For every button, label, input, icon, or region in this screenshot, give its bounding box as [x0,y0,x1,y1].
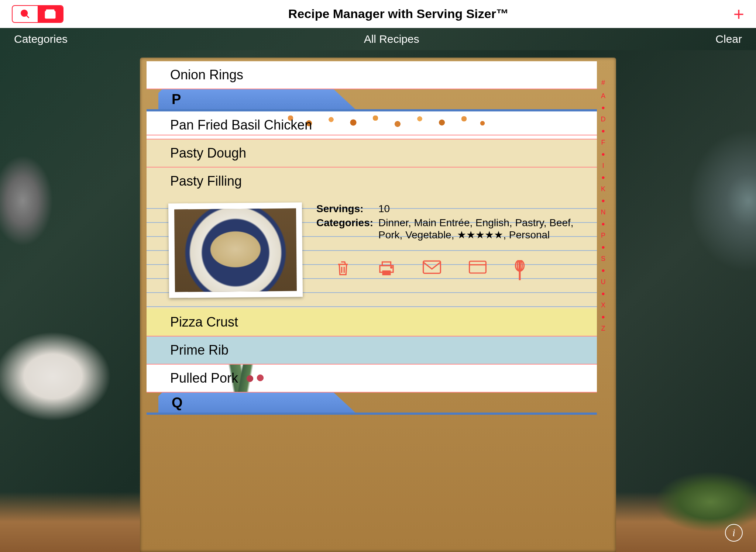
index-dot[interactable]: • [601,222,605,226]
index-letter[interactable]: D [601,115,606,123]
recipe-title: Prime Rib [147,337,597,364]
search-mode-button[interactable] [13,6,38,22]
recipe-list[interactable]: Onion Rings P Pan Fried Basil Chicken Pa… [147,61,597,552]
recipe-photo-frame[interactable] [168,202,303,298]
index-dot[interactable]: • [601,175,605,180]
section-letter: Q [172,395,183,411]
index-dot[interactable]: • [601,245,605,249]
email-icon[interactable] [423,260,441,274]
index-letter[interactable]: Z [601,325,605,332]
index-letter[interactable]: N [601,208,606,216]
index-letter[interactable]: X [601,301,605,309]
tab-shape [158,89,358,111]
top-bar: Recipe Manager with Serving Sizer™ + [0,0,756,28]
section-divider-q: Q [147,393,597,415]
recipe-details: Servings: 10 Categories: Dinner, Main En… [316,203,586,297]
trash-icon[interactable] [336,260,350,277]
info-button[interactable]: i [725,524,743,542]
tab-shape [158,393,358,415]
app-title: Recipe Manager with Serving Sizer™ [63,7,733,21]
print-icon[interactable] [378,260,395,277]
index-dot[interactable]: • [601,199,605,203]
svg-rect-3 [46,10,54,12]
index-letter[interactable]: U [601,278,606,286]
recipe-title: Pasty Filling [147,168,597,195]
sub-bar: Categories All Recipes Clear [0,28,756,50]
recipe-box: Onion Rings P Pan Fried Basil Chicken Pa… [140,58,616,552]
recipe-actions [336,260,586,281]
view-mode-segmented[interactable] [12,5,63,23]
index-letter[interactable]: K [601,185,605,193]
recipe-title: Pizza Crust [147,308,597,336]
svg-rect-8 [423,261,441,273]
section-letter: P [172,92,181,107]
recipe-photo [174,208,297,292]
card-icon[interactable] [469,260,487,274]
servings-label: Servings: [316,203,378,215]
section-divider-p: P [147,89,597,111]
index-letter[interactable]: # [601,79,605,87]
index-dot[interactable]: • [601,106,605,110]
whisk-icon[interactable] [514,260,525,281]
index-dot[interactable]: • [601,291,605,296]
recipe-title: Pulled Pork [147,365,597,392]
recipe-row[interactable]: Onion Rings [147,61,597,89]
categories-value: Dinner, Main Entrée, English, Pastry, Be… [378,217,586,241]
index-dot[interactable]: • [601,268,605,273]
recipe-row[interactable]: Prime Rib [147,337,597,365]
alphabet-index[interactable]: # A • D • F • I • K • N • P • S • U • X … [597,61,609,552]
svg-point-13 [519,260,520,271]
search-icon [20,9,30,19]
recipe-title: Onion Rings [147,61,597,89]
svg-point-7 [391,267,392,268]
svg-rect-2 [45,11,55,18]
svg-rect-9 [470,261,486,273]
add-recipe-button[interactable]: + [733,3,744,25]
svg-rect-6 [382,270,391,275]
svg-line-1 [27,15,29,18]
index-letter[interactable]: A [601,92,605,100]
recipe-detail-panel: Servings: 10 Categories: Dinner, Main En… [147,195,597,308]
index-dot[interactable]: • [601,129,605,133]
box-mode-button[interactable] [38,6,63,22]
info-icon: i [732,527,735,539]
clear-button[interactable]: Clear [715,33,742,45]
recipe-row[interactable]: Pan Fried Basil Chicken [147,111,597,139]
recipe-row[interactable]: Pizza Crust [147,308,597,337]
index-letter[interactable]: S [601,255,605,263]
servings-value: 10 [378,203,586,215]
categories-label: Categories: [316,217,378,241]
main-area: Onion Rings P Pan Fried Basil Chicken Pa… [0,50,756,552]
svg-point-0 [21,10,27,16]
categories-button[interactable]: Categories [14,33,68,45]
list-title: All Recipes [68,33,715,45]
recipe-title: Pasty Dough [147,139,597,167]
recipe-row[interactable]: Pulled Pork [147,365,597,393]
index-dot[interactable]: • [601,315,605,319]
index-letter[interactable]: I [602,162,604,170]
index-letter[interactable]: F [601,139,605,146]
recipe-title: Pan Fried Basil Chicken [147,111,597,139]
recipe-row[interactable]: Pasty Dough [147,139,597,168]
box-icon [45,9,56,19]
index-dot[interactable]: • [601,152,605,156]
index-letter[interactable]: P [601,232,605,239]
recipe-row-expanded[interactable]: Pasty Filling Servings: 10 Categories: D… [147,168,597,308]
